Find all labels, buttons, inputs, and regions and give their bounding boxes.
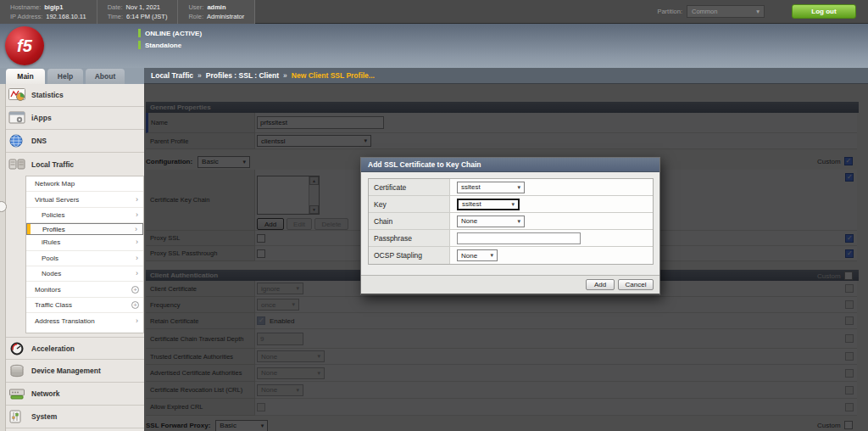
sidebar-item-traffic-class[interactable]: Traffic Class+	[26, 298, 143, 313]
sidebar-item-network[interactable]: Network	[6, 383, 144, 406]
device-management-icon	[8, 364, 25, 378]
sidebar-item-network-map[interactable]: Network Map	[26, 176, 143, 192]
chevron-right-icon: ›	[136, 255, 138, 262]
chevron-right-icon: ›	[136, 270, 138, 277]
user-info: User:admin Role:Administrator	[178, 0, 255, 24]
sidebar-item-dns[interactable]: DNS	[6, 130, 144, 153]
key-select[interactable]: ssltest▾	[457, 199, 520, 210]
status-standalone: Standalone	[145, 42, 181, 49]
sidebar-item-system[interactable]: System	[6, 406, 144, 428]
status-green-bar	[138, 29, 141, 37]
user-label: User:	[188, 3, 203, 12]
system-info: Hostname:bigip1 IP Address:192.168.10.11…	[0, 0, 255, 24]
sidebar-item-acceleration[interactable]: Acceleration	[6, 337, 144, 360]
time-value: 6:14 PM (JST)	[126, 12, 167, 21]
statistics-icon	[8, 88, 25, 102]
f5-logo[interactable]: f5	[5, 26, 44, 65]
ocsp-stapling-row: OCSP Stapling None▾	[369, 247, 653, 264]
passphrase-label: Passphrase	[369, 230, 450, 246]
date-label: Date:	[108, 3, 123, 12]
role-value: Administrator	[207, 12, 244, 21]
chevron-right-icon: ›	[136, 211, 138, 219]
partition-select[interactable]: Common▾	[687, 5, 765, 18]
partition-label: Partition:	[657, 8, 682, 15]
role-label: Role:	[188, 12, 203, 21]
modal-add-button[interactable]: Add	[586, 279, 615, 290]
chevron-right-icon: ›	[136, 196, 138, 204]
local-traffic-submenu: Network Map Virtual Servers› Policies› P…	[25, 176, 144, 333]
sidebar-item-policies[interactable]: Policies›	[26, 208, 143, 223]
modal-footer: Add Cancel	[361, 275, 659, 294]
date-value: Nov 1, 2021	[126, 3, 160, 12]
sidebar-item-device-management[interactable]: Device Management	[6, 360, 144, 383]
acceleration-icon	[8, 342, 25, 355]
sidebar-item-iapps[interactable]: iApps	[6, 107, 144, 130]
bigip-screen: Hostname:bigip1 IP Address:192.168.10.11…	[0, 0, 868, 431]
iapps-icon	[8, 111, 25, 125]
passphrase-input[interactable]	[457, 232, 581, 244]
hostname-value: bigip1	[44, 3, 63, 12]
chain-select[interactable]: None▾	[457, 216, 525, 227]
device-status: ONLINE (ACTIVE) Standalone	[138, 29, 202, 53]
breadcrumb-current: New Client SSL Profile...	[292, 71, 375, 80]
dns-icon	[8, 134, 25, 148]
expand-plus-icon[interactable]: +	[131, 286, 139, 294]
sidebar-item-address-translation[interactable]: Address Translation›	[26, 313, 143, 328]
date-info: Date:Nov 1, 2021 Time:6:14 PM (JST)	[97, 0, 179, 24]
breadcrumb-section[interactable]: Profiles : SSL : Client	[206, 71, 279, 80]
chevron-right-icon: ›	[136, 317, 138, 325]
sidebar-item-local-traffic[interactable]: Local Traffic	[6, 153, 144, 176]
time-label: Time:	[108, 12, 123, 21]
chevron-right-icon: ›	[136, 238, 138, 246]
sidebar-item-monitors[interactable]: Monitors+	[26, 282, 143, 297]
expand-plus-icon[interactable]: +	[131, 301, 139, 309]
breadcrumb-separator: »	[283, 71, 287, 80]
chevron-down-icon: ▾	[517, 218, 520, 225]
breadcrumb-root[interactable]: Local Traffic	[151, 71, 193, 80]
breadcrumb-separator: »	[198, 71, 202, 80]
partition-selector: Partition: Common▾	[657, 5, 765, 18]
sidebar-collapse-strip	[0, 84, 6, 431]
tab-about[interactable]: About	[86, 69, 125, 84]
tab-main[interactable]: Main	[6, 69, 45, 84]
ocsp-stapling-select[interactable]: None▾	[457, 249, 498, 261]
system-icon	[8, 410, 25, 423]
sidebar-item-virtual-servers[interactable]: Virtual Servers›	[26, 192, 143, 207]
sidebar-item-nodes[interactable]: Nodes›	[26, 266, 143, 282]
ip-value: 192.168.10.11	[46, 12, 86, 21]
add-ssl-certificate-modal: Add SSL Certificate to Key Chain Certifi…	[360, 157, 660, 295]
certificate-row: Certificate ssltest▾	[369, 179, 653, 196]
certificate-label: Certificate	[369, 179, 450, 195]
status-online: ONLINE (ACTIVE)	[145, 30, 202, 37]
modal-title: Add SSL Certificate to Key Chain	[361, 158, 659, 172]
sidebar-item-pools[interactable]: Pools›	[26, 251, 143, 266]
chevron-down-icon: ▾	[756, 8, 760, 15]
modal-cancel-button[interactable]: Cancel	[618, 279, 654, 290]
banner	[0, 24, 868, 68]
chevron-right-icon: ›	[135, 226, 137, 233]
breadcrumb: Local Traffic » Profiles : SSL : Client …	[144, 68, 868, 84]
chain-label: Chain	[369, 213, 450, 229]
modal-form-table: Certificate ssltest▾ Key ssltest▾ Chain …	[368, 178, 654, 265]
host-info: Hostname:bigip1 IP Address:192.168.10.11	[0, 0, 97, 24]
sidebar-item-statistics[interactable]: Statistics	[6, 84, 144, 107]
logout-button[interactable]: Log out	[792, 4, 856, 19]
status-green-bar	[138, 41, 141, 49]
chevron-down-icon: ▾	[511, 201, 515, 208]
sidebar: Statistics iApps DNS Local Traffic Netwo…	[0, 84, 144, 431]
chevron-down-icon: ▾	[517, 184, 520, 191]
network-icon	[8, 387, 25, 400]
chain-row: Chain None▾	[369, 213, 653, 230]
chevron-down-icon: ▾	[490, 252, 493, 259]
key-row: Key ssltest▾	[369, 196, 653, 213]
tab-help[interactable]: Help	[47, 69, 83, 84]
sidebar-item-profiles[interactable]: Profiles›	[26, 223, 143, 235]
hostname-label: Hostname:	[10, 3, 41, 12]
sidebar-item-irules[interactable]: iRules›	[26, 235, 143, 250]
ocsp-stapling-label: OCSP Stapling	[369, 247, 450, 264]
certificate-select[interactable]: ssltest▾	[457, 182, 525, 193]
passphrase-row: Passphrase	[369, 230, 653, 247]
user-value: admin	[207, 3, 225, 12]
local-traffic-icon	[8, 158, 25, 171]
top-header-bar: Hostname:bigip1 IP Address:192.168.10.11…	[0, 0, 868, 24]
